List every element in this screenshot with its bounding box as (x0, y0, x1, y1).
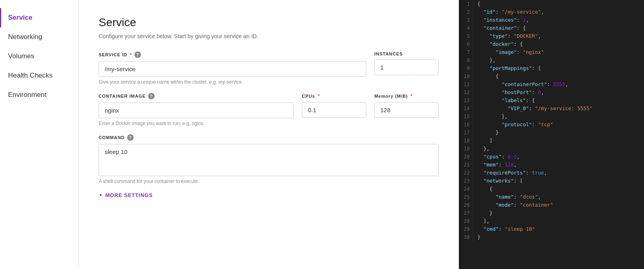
line-content: "containerPort": 5555, (473, 80, 644, 88)
line-number: 28 (459, 217, 473, 225)
json-line: 24 { (459, 185, 644, 193)
json-line: 5 "type": "DOCKER", (459, 32, 644, 40)
memory-input[interactable] (374, 102, 439, 118)
line-content: "hostPort": 0, (473, 88, 644, 97)
cpus-input[interactable] (302, 102, 366, 118)
service-id-group: SERVICE ID * ? Give your service a uniqu… (99, 51, 366, 85)
command-help-icon[interactable]: ? (127, 134, 134, 141)
line-content: } (473, 209, 644, 217)
memory-label: Memory (MiB) * (374, 93, 439, 99)
memory-required-star: * (410, 93, 413, 99)
line-number: 29 (459, 225, 473, 233)
json-line: 30} (459, 233, 644, 241)
container-image-group: CONTAINER IMAGE ? Enter a Docker image y… (99, 93, 294, 126)
line-content: { (473, 0, 644, 8)
sidebar: Service Networking Volumes Health Checks… (0, 0, 78, 269)
json-line: 12 "hostPort": 0, (459, 88, 644, 97)
line-number: 25 (459, 193, 473, 201)
main-content: Service Configure your service below. St… (78, 0, 459, 269)
line-content: "type": "DOCKER", (473, 32, 644, 40)
line-number: 1 (459, 0, 473, 8)
line-number: 22 (459, 169, 473, 177)
line-content: } (473, 233, 644, 241)
json-line: 1{ (459, 0, 644, 8)
line-number: 12 (459, 88, 473, 97)
instances-input[interactable] (374, 60, 439, 75)
command-input[interactable] (99, 144, 439, 176)
command-row: COMMAND ? A shell command for your conta… (99, 134, 439, 184)
json-line: 10 { (459, 72, 644, 80)
command-hint: A shell command for your container to ex… (99, 179, 439, 184)
json-line: 25 "name": "dcos", (459, 193, 644, 201)
line-content: "id": "/my-service", (473, 8, 644, 16)
more-settings-toggle[interactable]: ▼ MORE SETTINGS (99, 192, 439, 198)
json-line: 13 "labels": { (459, 97, 644, 105)
container-image-help-icon[interactable]: ? (148, 93, 155, 99)
json-line: 8 }, (459, 56, 644, 64)
service-id-input[interactable] (99, 61, 366, 77)
line-content: "VIP_0": "/my-service: 5555" (473, 105, 644, 113)
json-line: 15 }, (459, 113, 644, 121)
service-id-label: SERVICE ID * ? (99, 51, 366, 58)
sidebar-item-environment[interactable]: Environment (0, 85, 78, 105)
service-id-hint: Give your service a unique name within t… (99, 79, 366, 85)
line-content: } (473, 129, 644, 137)
line-number: 10 (459, 72, 473, 80)
line-number: 27 (459, 209, 473, 217)
json-line: 11 "containerPort": 5555, (459, 80, 644, 88)
json-line: 16 "protocol": "tcp" (459, 121, 644, 129)
line-number: 14 (459, 105, 473, 113)
json-line: 14 "VIP_0": "/my-service: 5555" (459, 105, 644, 113)
json-line: 21 "mem": 128, (459, 161, 644, 169)
line-content: "name": "dcos", (473, 193, 644, 201)
line-number: 2 (459, 8, 473, 16)
json-line: 9 "portMappings": [ (459, 64, 644, 72)
line-number: 13 (459, 97, 473, 105)
sidebar-item-label: Service (8, 14, 33, 21)
line-number: 26 (459, 201, 473, 209)
line-content: "cmd": "sleep 10" (473, 225, 644, 233)
line-number: 3 (459, 16, 473, 24)
line-number: 20 (459, 153, 473, 161)
line-number: 8 (459, 56, 473, 64)
required-star: * (130, 52, 132, 58)
line-number: 5 (459, 32, 473, 40)
line-number: 19 (459, 145, 473, 153)
sidebar-item-networking[interactable]: Networking (0, 27, 78, 47)
json-line: 6 "docker": { (459, 40, 644, 48)
line-number: 18 (459, 137, 473, 145)
line-number: 6 (459, 40, 473, 48)
line-content: "image": "nginx" (473, 48, 644, 56)
line-content: { (473, 72, 644, 80)
line-number: 11 (459, 80, 473, 88)
line-content: }, (473, 145, 644, 153)
sidebar-item-service[interactable]: Service (0, 8, 78, 27)
json-line: 26 "mode": "container" (459, 201, 644, 209)
json-line: 7 "image": "nginx" (459, 48, 644, 56)
cpus-required-star: * (318, 93, 320, 99)
line-number: 7 (459, 48, 473, 56)
json-panel: 1{2 "id": "/my-service",3 "instances": 1… (459, 0, 644, 269)
service-id-help-icon[interactable]: ? (134, 51, 141, 58)
page-title: Service (99, 16, 439, 29)
json-line: 23 "networks": [ (459, 177, 644, 185)
line-content: "mem": 128, (473, 161, 644, 169)
container-image-input[interactable] (99, 103, 294, 118)
sidebar-item-volumes[interactable]: Volumes (0, 47, 78, 66)
json-line: 18 ] (459, 137, 644, 145)
cpus-group: CPUs * (302, 93, 366, 118)
line-content: "portMappings": [ (473, 64, 644, 72)
sidebar-item-label: Networking (8, 33, 42, 41)
line-content: "protocol": "tcp" (473, 121, 644, 129)
json-line: 22 "requirePorts": true, (459, 169, 644, 177)
service-id-row: SERVICE ID * ? Give your service a uniqu… (99, 51, 439, 85)
line-content: "instances": 1, (473, 16, 644, 24)
line-content: ], (473, 217, 644, 225)
line-content: ] (473, 137, 644, 145)
line-number: 17 (459, 129, 473, 137)
command-label: COMMAND ? (99, 134, 439, 141)
memory-group: Memory (MiB) * (374, 93, 439, 118)
container-image-label: CONTAINER IMAGE ? (99, 93, 294, 99)
page-subtitle: Configure your service below. Start by g… (99, 33, 439, 39)
sidebar-item-health-checks[interactable]: Health Checks (0, 66, 78, 85)
